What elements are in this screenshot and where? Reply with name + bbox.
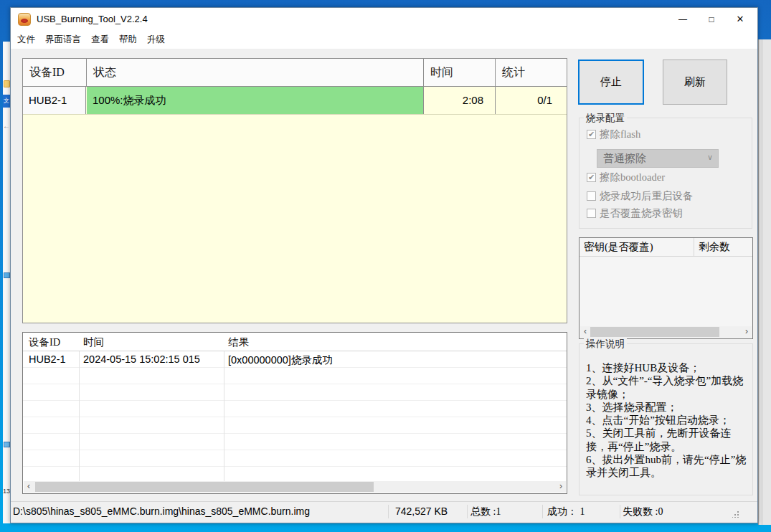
refresh-button[interactable]: 刷新 — [663, 60, 727, 105]
overwrite-burn-key-checkbox[interactable] — [587, 209, 596, 218]
device-row[interactable]: HUB2-1 100%:烧录成功 2:08 0/1 — [23, 87, 567, 114]
burn-config-group: 烧录配置 ✔ 擦除flash 普通擦除 ∨ ✔ 擦除bootloader 烧录成… — [579, 118, 752, 229]
col-header-device-id: 设备ID — [23, 59, 86, 86]
instructions-group: 操作说明 1、连接好HUB及设备； 2、从“文件”-“导入烧录包”加载烧录镜像；… — [579, 343, 753, 495]
scroll-right-icon[interactable]: › — [742, 326, 752, 338]
computer-icon — [4, 442, 10, 447]
menu-bar: 文件 界面语言 查看 帮助 升级 — [11, 31, 757, 49]
device-id-cell: HUB2-1 — [23, 87, 86, 114]
scrollbar-thumb[interactable] — [590, 327, 719, 337]
check-icon: ✔ — [588, 129, 595, 139]
reboot-after-success-label: 烧录成功后重启设备 — [600, 189, 694, 203]
erase-bootloader-row[interactable]: ✔ 擦除bootloader — [587, 171, 665, 183]
maximize-button[interactable]: □ — [697, 9, 726, 29]
menu-view[interactable]: 查看 — [86, 31, 114, 49]
folder-icon — [4, 80, 10, 87]
status-bar: D:\s805\hinas_s805_eMMC.burn.img\hinas_s… — [11, 501, 757, 521]
erase-bootloader-checkbox[interactable]: ✔ — [587, 173, 596, 182]
instruction-step: 4、点击“开始”按钮启动烧录； — [586, 414, 749, 427]
computer-icon — [4, 272, 10, 278]
instruction-step: 1、连接好HUB及设备； — [586, 361, 749, 374]
erase-mode-value: 普通擦除 — [597, 150, 718, 167]
instruction-step: 3、选择烧录配置； — [586, 401, 749, 414]
scroll-right-icon[interactable]: › — [556, 481, 566, 493]
title-bar[interactable]: USB_Burning_Tool_V2.2.4 — □ ✕ — [11, 8, 757, 31]
col-header-time: 时间 — [83, 336, 104, 349]
background-window-left-sliver: 文 ← 13 — [3, 42, 10, 523]
device-progress-table: 设备ID 状态 时间 统计 HUB2-1 100%:烧录成功 2:08 0/1 — [22, 58, 567, 323]
column-divider — [694, 238, 694, 257]
col-header-stat: 统计 — [496, 59, 567, 86]
reboot-after-success-checkbox[interactable] — [587, 191, 596, 201]
close-button[interactable]: ✕ — [726, 9, 755, 29]
burn-status-cell: 100%:烧录成功 — [87, 87, 423, 114]
log-table-hscrollbar[interactable]: ‹ › — [24, 481, 566, 493]
stop-button[interactable]: 停止 — [578, 60, 644, 105]
col-header-result: 结果 — [228, 336, 249, 349]
instruction-step: 6、拔出外置hub前，请先“停止”烧录并关闭工具。 — [586, 453, 749, 480]
window-title: USB_Burning_Tool_V2.2.4 — [37, 14, 148, 24]
reboot-after-success-row[interactable]: 烧录成功后重启设备 — [587, 190, 694, 201]
instruction-step: 5、关闭工具前，先断开设备连接，再“停止”烧录。 — [586, 427, 749, 453]
column-divider — [79, 351, 80, 481]
column-divider — [224, 351, 224, 481]
key-table-hscrollbar[interactable]: ‹ › — [580, 326, 752, 338]
erase-mode-select[interactable]: 普通擦除 ∨ — [597, 149, 719, 168]
burn-log-table: 设备ID 时间 结果 HUB2-1 2024-05-15 15:02:15 01… — [22, 332, 567, 494]
menu-help[interactable]: 帮助 — [114, 31, 142, 49]
log-result: [0x00000000]烧录成功 — [228, 353, 333, 367]
col-header-status: 状态 — [87, 59, 422, 86]
col-header-key: 密钥(是否覆盖) — [584, 240, 653, 254]
scroll-left-icon[interactable]: ‹ — [24, 481, 34, 493]
log-time: 2024-05-15 15:02:15 015 — [83, 353, 200, 365]
resize-grip-icon[interactable] — [732, 511, 739, 518]
statusbar-divider — [467, 505, 468, 518]
menu-file[interactable]: 文件 — [12, 31, 40, 49]
erase-flash-label: 擦除flash — [600, 128, 640, 141]
statusbar-divider — [388, 505, 389, 518]
check-icon: ✔ — [588, 172, 595, 182]
menu-language[interactable]: 界面语言 — [40, 31, 86, 49]
statusbar-divider — [620, 505, 620, 518]
burn-config-title: 烧录配置 — [584, 112, 627, 125]
log-table-body: HUB2-1 2024-05-15 15:02:15 015 [0x000000… — [23, 351, 567, 481]
total-count: 总数 :1 — [470, 505, 501, 518]
log-device-id: HUB2-1 — [29, 353, 66, 365]
instructions-body: 1、连接好HUB及设备； 2、从“文件”-“导入烧录包”加载烧录镜像； 3、选择… — [586, 361, 749, 480]
minimize-button[interactable]: — — [668, 9, 697, 29]
instruction-step: 2、从“文件”-“导入烧录包”加载烧录镜像； — [586, 374, 749, 401]
erase-flash-checkbox[interactable]: ✔ — [587, 130, 596, 139]
scrollbar-thumb[interactable] — [35, 482, 374, 492]
desktop-background: 文 ← 13 USB_Burning_Tool_V2.2.4 — □ ✕ 文件 … — [0, 0, 771, 532]
translate-icon: 文 — [3, 95, 10, 108]
loaded-image-path: D:\s805\hinas_s805_eMMC.burn.img\hinas_s… — [13, 505, 310, 517]
statusbar-divider — [542, 505, 543, 518]
key-table: 密钥(是否覆盖) 剩余数 ‹ › — [579, 237, 753, 339]
overwrite-burn-key-label: 是否覆盖烧录密钥 — [600, 206, 683, 220]
scroll-left-icon[interactable]: ‹ — [580, 326, 590, 338]
chevron-down-icon: ∨ — [707, 153, 713, 162]
erase-bootloader-label: 擦除bootloader — [600, 171, 665, 184]
instructions-title: 操作说明 — [584, 338, 627, 351]
usb-burning-tool-window: USB_Burning_Tool_V2.2.4 — □ ✕ 文件 界面语言 查看… — [10, 7, 758, 523]
burn-time-cell: 2:08 — [423, 87, 495, 114]
row-divider — [23, 114, 567, 115]
background-window-right-sliver — [758, 39, 771, 525]
app-icon — [18, 13, 31, 26]
col-header-time: 时间 — [424, 59, 495, 86]
success-count: 成功： 1 — [547, 505, 585, 518]
col-header-remaining: 剩余数 — [699, 240, 730, 254]
col-header-device-id: 设备ID — [29, 336, 60, 349]
key-table-header: 密钥(是否覆盖) 剩余数 — [580, 238, 752, 257]
log-table-header: 设备ID 时间 结果 — [23, 333, 567, 351]
menu-upgrade[interactable]: 升级 — [142, 31, 170, 49]
image-size: 742,527 KB — [395, 505, 448, 517]
log-row[interactable]: HUB2-1 2024-05-15 15:02:15 015 [0x000000… — [23, 351, 567, 368]
failed-count: 失败数 :0 — [623, 505, 663, 518]
burn-stat-cell: 0/1 — [495, 87, 567, 114]
back-arrow-icon: ← — [3, 122, 10, 130]
erase-flash-row[interactable]: ✔ 擦除flash — [587, 128, 640, 140]
device-table-header: 设备ID 状态 时间 统计 — [23, 59, 567, 87]
background-label: 13 — [3, 488, 10, 495]
overwrite-burn-key-row[interactable]: 是否覆盖烧录密钥 — [587, 207, 683, 219]
